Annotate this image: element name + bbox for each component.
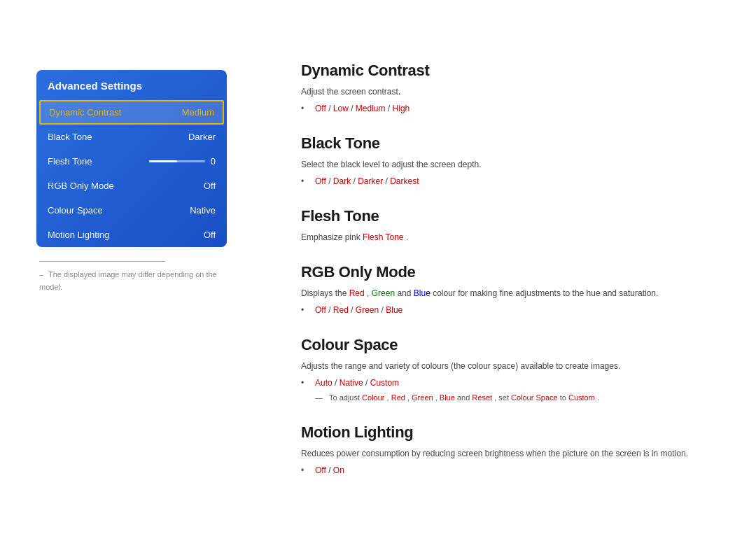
motion-lighting-options: • Off / On [301, 464, 728, 477]
option-native: Native [340, 378, 363, 388]
rgb-options: • Off / Red / Green / Blue [301, 304, 728, 316]
footnote-text: – The displayed image may differ dependi… [39, 270, 217, 291]
dynamic-contrast-desc: Adjust the screen contrast. [301, 85, 728, 98]
option-on: On [333, 465, 344, 475]
motion-lighting-options-text: Off / On [315, 464, 344, 477]
dynamic-contrast-title: Dynamic Contrast [301, 62, 728, 80]
footnote-divider [39, 261, 165, 262]
menu-value-rgb-only-mode: Off [204, 181, 216, 191]
menu-value-motion-lighting: Off [204, 230, 216, 240]
footnote-content: The displayed image may differ depending… [39, 270, 217, 291]
subnote-red: Red [391, 393, 405, 402]
flesh-tone-desc-text: Emphasize pink [301, 232, 363, 242]
menu-value-dynamic-contrast: Medium [182, 107, 214, 118]
rgb-desc-1: Displays the [301, 288, 349, 298]
bullet-dot: • [301, 102, 309, 115]
menu-value-black-tone: Darker [188, 132, 216, 142]
subnote-green: Green [412, 393, 433, 402]
dynamic-contrast-options: • Off / Low / Medium / High [301, 102, 728, 115]
menu-label-dynamic-contrast: Dynamic Contrast [49, 107, 121, 118]
separator: / [328, 305, 333, 315]
subnote-part1: To adjust [329, 393, 362, 402]
dynamic-contrast-options-text: Off / Low / Medium / High [315, 102, 410, 115]
subnote-custom: Custom [568, 393, 595, 402]
rgb-options-text: Off / Red / Green / Blue [315, 304, 402, 316]
separator: / [335, 378, 340, 388]
separator: / [328, 104, 333, 113]
bullet-dot: • [301, 377, 309, 389]
option-auto: Auto [315, 378, 332, 388]
right-content: Dynamic Contrast Adjust the screen contr… [301, 62, 728, 496]
menu-item-flesh-tone[interactable]: Flesh Tone 0 [36, 149, 227, 174]
colour-space-options: • Auto / Native / Custom [301, 377, 728, 389]
separator: / [351, 104, 356, 113]
flesh-tone-slider-bar[interactable] [149, 160, 205, 162]
menu-label-colour-space: Colour Space [48, 205, 103, 216]
option-blue: Blue [386, 305, 402, 315]
menu-item-colour-space[interactable]: Colour Space Native [36, 198, 227, 223]
separator: / [365, 378, 370, 388]
subnote-colour-space: Colour Space [511, 393, 558, 402]
option-custom: Custom [370, 378, 399, 388]
option-dark: Dark [333, 176, 351, 186]
separator: / [328, 465, 333, 475]
menu-value-colour-space: Native [190, 205, 216, 216]
subnote-colour: Colour [362, 393, 384, 402]
rgb-green: Green [372, 288, 395, 298]
menu-label-black-tone: Black Tone [48, 132, 92, 142]
menu-item-dynamic-contrast[interactable]: Dynamic Contrast Medium [39, 100, 224, 125]
rgb-and: and [397, 288, 413, 298]
flesh-tone-desc-end: . [406, 232, 408, 242]
separator: / [328, 176, 333, 186]
option-high: High [393, 104, 410, 113]
section-colour-space: Colour Space Adjusts the range and varie… [301, 336, 728, 404]
subnote-period: . [597, 393, 599, 402]
rgb-red: Red [349, 288, 365, 298]
section-dynamic-contrast: Dynamic Contrast Adjust the screen contr… [301, 62, 728, 115]
section-flesh-tone: Flesh Tone Emphasize pink Flesh Tone . [301, 207, 728, 244]
flesh-tone-desc: Emphasize pink Flesh Tone . [301, 231, 728, 244]
section-motion-lighting: Motion Lighting Reduces power consumptio… [301, 423, 728, 477]
colour-space-title: Colour Space [301, 336, 728, 354]
settings-title: Advanced Settings [36, 70, 227, 100]
option-off: Off [315, 104, 326, 113]
black-tone-options: • Off / Dark / Darker / Darkest [301, 175, 728, 188]
bullet-dot: • [301, 464, 309, 477]
subnote-blue: Blue [440, 393, 455, 402]
menu-item-rgb-only-mode[interactable]: RGB Only Mode Off [36, 174, 227, 198]
flesh-tone-highlight: Flesh Tone [363, 232, 403, 242]
footnote-area: – The displayed image may differ dependi… [36, 261, 232, 293]
option-off: Off [315, 305, 326, 315]
subnote-text: To adjust Colour , Red , Green , Blue an… [329, 392, 599, 404]
subnote-dash: — [315, 392, 325, 404]
rgb-only-mode-desc: Displays the Red , Green and Blue colour… [301, 287, 728, 300]
option-green: Green [356, 305, 379, 315]
rgb-only-mode-title: RGB Only Mode [301, 263, 728, 281]
option-darker: Darker [358, 176, 383, 186]
option-low: Low [333, 104, 349, 113]
black-tone-title: Black Tone [301, 134, 728, 153]
colour-space-options-text: Auto / Native / Custom [315, 377, 399, 389]
menu-item-black-tone[interactable]: Black Tone Darker [36, 125, 227, 149]
black-tone-desc: Select the black level to adjust the scr… [301, 158, 728, 171]
subnote-reset: Reset [472, 393, 492, 402]
menu-item-motion-lighting[interactable]: Motion Lighting Off [36, 223, 227, 247]
rgb-blue: Blue [414, 288, 430, 298]
footnote-dash: – [39, 270, 43, 279]
separator: / [351, 305, 356, 315]
flesh-tone-slider-container: 0 [149, 156, 216, 167]
flesh-tone-title: Flesh Tone [301, 207, 728, 225]
subnote-to: to [560, 393, 568, 402]
option-darkest: Darkest [390, 176, 419, 186]
motion-lighting-desc: Reduces power consumption by reducing sc… [301, 447, 728, 460]
motion-lighting-title: Motion Lighting [301, 423, 728, 442]
subnote-set: , set [494, 393, 511, 402]
colour-space-subnote: — To adjust Colour , Red , Green , Blue … [315, 392, 728, 404]
menu-label-rgb-only-mode: RGB Only Mode [48, 181, 114, 191]
rgb-comma1: , [367, 288, 372, 298]
menu-label-flesh-tone: Flesh Tone [48, 156, 92, 167]
option-off: Off [315, 465, 326, 475]
option-medium: Medium [356, 104, 386, 113]
bullet-dot: • [301, 175, 309, 188]
left-panel: Advanced Settings Dynamic Contrast Mediu… [36, 70, 232, 293]
